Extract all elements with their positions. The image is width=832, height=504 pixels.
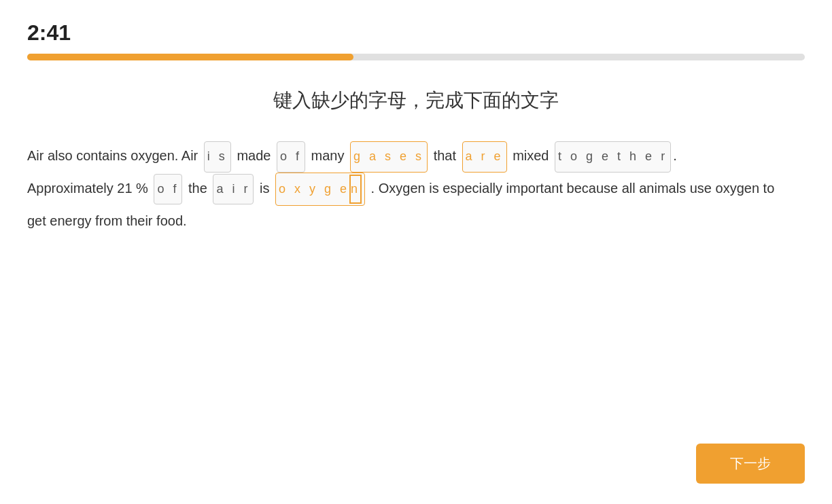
progress-bar-fill: [27, 54, 353, 60]
timer-display: 2:41: [27, 20, 805, 46]
text-prefix-1: Air also contains oxygen. Air: [27, 148, 198, 163]
oxygen-active-letter[interactable]: n: [349, 175, 362, 204]
progress-bar-background: [27, 54, 805, 60]
main-container: 2:41 键入缺少的字母，完成下面的文字 Air also contains o…: [0, 0, 832, 304]
oxygen-letters: o x y g e: [279, 176, 349, 203]
next-button[interactable]: 下一步: [696, 444, 805, 484]
word-box-of1: o f: [277, 141, 305, 173]
text-mixed: mixed: [513, 148, 549, 163]
text-the: the: [188, 181, 207, 196]
exercise-text: Air also contains oxygen. Air i s made o…: [27, 141, 775, 236]
text-that: that: [434, 148, 456, 163]
word-box-gases: g a s e s: [350, 141, 428, 173]
word-box-oxygen: o x y g en: [275, 173, 365, 206]
text-is: is: [260, 181, 269, 196]
text-many: many: [311, 148, 345, 163]
word-box-is: i s: [204, 141, 231, 173]
word-box-together: t o g e t h e r: [555, 141, 671, 173]
word-box-of2: o f: [154, 174, 182, 205]
text-approx: Approximately 21 %: [27, 181, 148, 196]
text-made: made: [237, 148, 271, 163]
word-box-are: a r e: [462, 141, 507, 173]
word-box-air: a i r: [213, 174, 254, 205]
page-title: 键入缺少的字母，完成下面的文字: [27, 88, 805, 113]
